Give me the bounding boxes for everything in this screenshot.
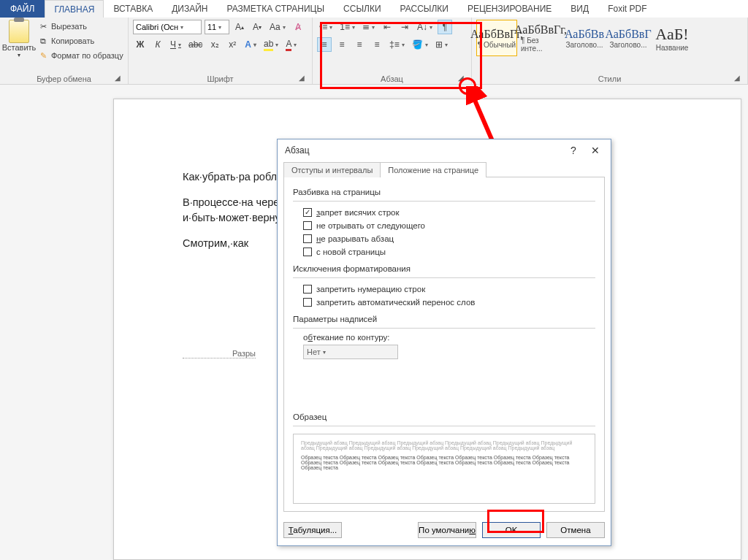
align-right-button[interactable]: ≡ [352, 37, 367, 52]
shading-button[interactable]: 🪣 [410, 37, 430, 52]
style-no-spacing[interactable]: АаБбВвГг,¶ Без инте... [520, 20, 561, 56]
tab-view[interactable]: ВИД [561, 0, 598, 18]
paragraph-launcher-icon[interactable]: ◢ [457, 74, 465, 83]
align-center-button[interactable]: ≡ [335, 37, 349, 52]
format-painter-button[interactable]: ✎Формат по образцу [38, 49, 123, 62]
change-case-button[interactable]: Aa [267, 20, 288, 34]
wrap-combo: Нет [303, 345, 398, 359]
sort-button[interactable]: A↓ [415, 20, 435, 34]
tab-insert[interactable]: ВСТАВКА [104, 0, 162, 18]
group-label-styles: Стили◢ [476, 73, 743, 83]
tabs-button[interactable]: Табуляция... [283, 522, 342, 538]
font-name-combo[interactable]: Calibri (Осн [133, 20, 202, 34]
justify-icon: ≡ [374, 39, 379, 50]
paste-icon [9, 20, 29, 43]
font-launcher-icon[interactable]: ◢ [297, 74, 306, 83]
paragraph-dialog: Абзац ? ✕ Отступы и интервалы Положение … [277, 139, 611, 546]
tab-design[interactable]: ДИЗАЙН [162, 0, 217, 18]
bullets-button[interactable]: •≡ [317, 20, 335, 34]
pilcrow-icon: ¶ [443, 22, 447, 32]
cut-button[interactable]: ✂Вырезать [38, 20, 123, 33]
checkbox-icon [303, 234, 312, 243]
dialog-help-button[interactable]: ? [562, 145, 584, 156]
decrease-indent-button[interactable]: ⇤ [380, 20, 394, 34]
align-left-button[interactable]: ≡ [317, 37, 332, 52]
bullets-icon: •≡ [319, 22, 327, 32]
tab-references[interactable]: ССЫЛКИ [334, 0, 390, 18]
page-break-indicator: Разры [183, 349, 256, 358]
clipboard-launcher-icon[interactable]: ◢ [113, 74, 122, 83]
tab-review[interactable]: РЕЦЕНЗИРОВАНИЕ [458, 0, 561, 18]
group-label-paragraph: Абзац◢ [317, 73, 467, 83]
shrink-font-button[interactable]: A▾ [250, 20, 264, 34]
numbering-button[interactable]: 1≡ [337, 20, 357, 34]
style-title[interactable]: АаБ!Название [652, 20, 692, 56]
copy-button[interactable]: ⧉Копировать [38, 34, 123, 47]
text-effects-button[interactable]: A [243, 37, 259, 52]
section-textbox: Параметры надписей [293, 315, 595, 323]
dialog-title: Абзац [285, 145, 310, 156]
outdent-icon: ⇤ [383, 22, 391, 32]
checkbox-icon [303, 221, 312, 230]
section-preview: Образец [293, 413, 595, 421]
sort-icon: A↓ [417, 22, 427, 32]
section-exceptions: Исключения форматирования [293, 264, 595, 273]
line-spacing-button[interactable]: ‡≡ [387, 37, 407, 52]
numbering-icon: 1≡ [340, 22, 350, 32]
dialog-close-button[interactable]: ✕ [584, 145, 606, 156]
multilevel-button[interactable]: ≡̄ [360, 20, 377, 34]
tab-layout[interactable]: РАЗМЕТКА СТРАНИЦЫ [218, 0, 335, 18]
borders-icon: ⊞ [435, 39, 443, 50]
dialog-tab-indents[interactable]: Отступы и интервалы [283, 162, 381, 177]
cancel-button[interactable]: Отмена [546, 522, 605, 538]
paste-label: Вставить [2, 43, 37, 52]
font-color-button[interactable]: A [283, 37, 299, 52]
chk-keep-lines[interactable]: не разрывать абзац [303, 234, 595, 243]
borders-button[interactable]: ⊞ [433, 37, 450, 52]
style-normal[interactable]: АаБбВвГг,¶ Обычный [476, 20, 517, 56]
subscript-button[interactable]: x₂ [207, 37, 222, 52]
style-heading2[interactable]: АаБбВвГЗаголово... [608, 20, 649, 56]
group-label-clipboard: Буфер обмена◢ [4, 73, 123, 83]
show-marks-button[interactable]: ¶ [438, 20, 452, 34]
underline-button[interactable]: Ч [168, 37, 183, 52]
tab-foxit[interactable]: Foxit PDF [598, 0, 656, 18]
italic-button[interactable]: К [150, 37, 165, 52]
default-button[interactable]: По умолчанию [418, 522, 476, 538]
paste-button[interactable]: Вставить ▾ [4, 20, 34, 58]
tab-home[interactable]: ГЛАВНАЯ [45, 0, 104, 18]
bold-button[interactable]: Ж [133, 37, 148, 52]
wrap-label: обтекание по контуру: [303, 333, 595, 342]
ok-button[interactable]: OK [482, 522, 541, 538]
justify-button[interactable]: ≡ [370, 37, 384, 52]
align-center-icon: ≡ [339, 39, 344, 50]
style-heading1[interactable]: АаБбВвЗаголово... [564, 20, 605, 56]
checkbox-icon [303, 285, 312, 294]
tab-mailings[interactable]: РАССЫЛКИ [391, 0, 458, 18]
preview-box: Предыдущий абзац Предыдущий абзац Предыд… [293, 434, 595, 504]
align-left-icon: ≡ [321, 39, 327, 50]
line-spacing-icon: ‡≡ [389, 39, 400, 50]
chk-suppress-line-numbers[interactable]: запретить нумерацию строк [303, 285, 595, 294]
tab-file[interactable]: ФАЙЛ [0, 0, 45, 18]
grow-font-button[interactable]: A▴ [232, 20, 247, 34]
font-size-combo[interactable]: 11 [205, 20, 229, 34]
chk-widow-control[interactable]: ✓запрет висячих строк [303, 208, 595, 217]
highlight-button[interactable]: ab [262, 37, 280, 52]
scissors-icon: ✂ [38, 21, 48, 31]
strike-button[interactable]: abc [186, 37, 205, 52]
chk-keep-with-next[interactable]: не отрывать от следующего [303, 221, 595, 230]
styles-launcher-icon[interactable]: ◢ [733, 74, 741, 83]
dialog-tab-position[interactable]: Положение на странице [380, 162, 486, 177]
superscript-button[interactable]: x² [225, 37, 240, 52]
indent-icon: ⇥ [401, 22, 408, 32]
chk-page-break-before[interactable]: с новой страницы [303, 248, 595, 256]
align-right-icon: ≡ [356, 39, 362, 50]
increase-indent-button[interactable]: ⇥ [397, 20, 412, 34]
chk-no-hyphenation[interactable]: запретить автоматический перенос слов [303, 298, 595, 307]
checkbox-icon [303, 298, 312, 307]
brush-icon: ✎ [38, 50, 48, 61]
highlight-icon: ab [264, 39, 273, 51]
clear-formatting-button[interactable]: A̷ [291, 20, 305, 34]
group-label-font: Шрифт◢ [133, 73, 308, 83]
